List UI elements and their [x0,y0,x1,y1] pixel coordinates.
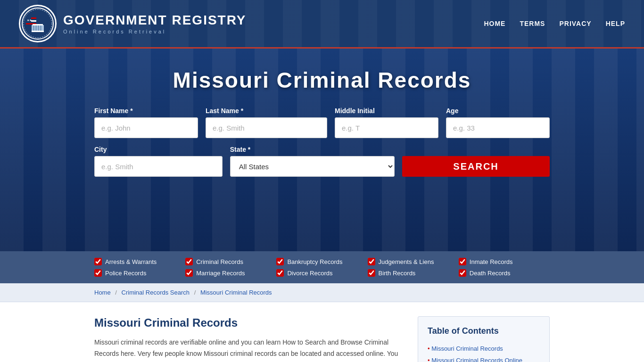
nav-terms[interactable]: TERMS [520,20,545,27]
last-name-label: Last Name * [206,107,327,115]
checkbox-col-4: Judgements & Liens Birth Records [368,258,459,277]
search-form: First Name * Last Name * Middle Initial … [94,107,550,177]
age-group: Age [446,107,550,138]
breadcrumb: Home / Criminal Records Search / Missour… [0,283,644,302]
checkbox-judgements[interactable]: Judgements & Liens [368,258,459,265]
checkbox-bankruptcy-label: Bankruptcy Records [287,258,342,265]
form-row-1: First Name * Last Name * Middle Initial … [94,107,550,138]
first-name-label: First Name * [94,107,198,115]
breadcrumb-sep-2: / [194,289,198,296]
first-name-input[interactable] [94,117,198,138]
breadcrumb-sep-1: / [115,289,118,296]
checkbox-death-label: Death Records [470,270,511,277]
toc-link-1[interactable]: Missouri Criminal Records [431,345,503,352]
checkbox-divorce[interactable]: Divorce Records [276,269,367,277]
checkbox-col-1: Arrests & Warrants Police Records [94,258,185,277]
svg-rect-9 [35,25,37,31]
nav-home[interactable]: HOME [484,20,505,27]
middle-initial-input[interactable] [335,117,438,138]
checkbox-inmate[interactable]: Inmate Records [459,258,550,265]
checkbox-inmate-input[interactable] [459,258,466,265]
checkbox-col-5: Inmate Records Death Records [459,258,550,277]
toc-link-2[interactable]: Missouri Criminal Records Online [431,357,522,362]
breadcrumb-home[interactable]: Home [94,289,111,296]
checkbox-divorce-label: Divorce Records [287,270,332,277]
checkbox-birth-input[interactable] [368,269,375,277]
last-name-input[interactable] [206,117,327,138]
checkbox-bankruptcy[interactable]: Bankruptcy Records [276,258,367,265]
checkbox-marriage-input[interactable] [185,269,193,277]
city-group: City [94,146,223,177]
svg-text:★★: ★★ [27,19,32,22]
checkbox-col-3: Bankruptcy Records Divorce Records [276,258,367,277]
middle-initial-label: Middle Initial [335,107,438,115]
state-label: State * [230,146,395,153]
checkbox-marriage-label: Marriage Records [196,270,245,277]
checkbox-police[interactable]: Police Records [94,269,185,277]
checkbox-police-input[interactable] [94,269,102,277]
hero-section: Missouri Criminal Records First Name * L… [0,49,644,251]
checkbox-arrests-input[interactable] [94,258,102,265]
svg-rect-7 [33,24,43,25]
logo-icon: ★★ [19,5,57,42]
city-input[interactable] [94,156,223,177]
svg-rect-11 [40,25,41,31]
nav-privacy[interactable]: PRIVACY [559,20,591,27]
svg-rect-8 [33,25,34,31]
toc-list: Missouri Criminal Records Missouri Crimi… [428,343,540,362]
toc-title: Table of Contents [428,326,540,336]
content-body: Missouri criminal records are verifiable… [94,337,404,362]
checkbox-criminal-label: Criminal Records [196,258,243,265]
first-name-group: First Name * [94,107,198,138]
nav-help[interactable]: HELP [606,20,625,27]
checkbox-inmate-label: Inmate Records [470,258,513,265]
content-area: Missouri Criminal Records Missouri crimi… [0,302,644,362]
checkbox-criminal-input[interactable] [185,258,193,265]
logo-text: Government Registry Online Records Retri… [63,13,247,34]
middle-initial-group: Middle Initial [335,107,438,138]
checkbox-col-2: Criminal Records Marriage Records [185,258,276,277]
checkbox-bankruptcy-input[interactable] [276,258,284,265]
checkboxes-section: Arrests & Warrants Police Records Crimin… [0,251,644,283]
state-select[interactable]: All StatesAlabamaAlaskaArizonaArkansasCa… [230,156,395,177]
checkbox-criminal[interactable]: Criminal Records [185,258,276,265]
site-subtitle: Online Records Retrieval [63,29,247,34]
main-nav: HOME TERMS PRIVACY HELP [484,20,625,27]
logo-area: ★★ Government Registry Online Records Re… [19,5,247,42]
last-name-group: Last Name * [206,107,327,138]
checkbox-judgements-label: Judgements & Liens [379,258,434,265]
checkbox-arrests[interactable]: Arrests & Warrants [94,258,185,265]
toc-item-1: Missouri Criminal Records [428,343,540,354]
checkbox-divorce-input[interactable] [276,269,284,277]
checkbox-marriage[interactable]: Marriage Records [185,269,276,277]
search-button[interactable]: Search [402,156,550,177]
table-of-contents: Table of Contents Missouri Criminal Reco… [418,316,550,362]
checkbox-police-label: Police Records [105,270,146,277]
main-content: Missouri Criminal Records Missouri crimi… [94,316,404,362]
checkbox-death[interactable]: Death Records [459,269,550,277]
form-row-2: City State * All StatesAlabamaAlaskaAriz… [94,146,550,177]
age-label: Age [446,107,550,115]
state-group: State * All StatesAlabamaAlaskaArizonaAr… [230,146,395,177]
checkbox-birth[interactable]: Birth Records [368,269,459,277]
checkbox-death-input[interactable] [459,269,466,277]
page-title: Missouri Criminal Records [94,67,550,93]
age-input[interactable] [446,117,550,138]
breadcrumb-missouri[interactable]: Missouri Criminal Records [200,289,272,296]
checkbox-birth-label: Birth Records [379,270,416,277]
site-header: ★★ Government Registry Online Records Re… [0,0,644,49]
site-title: Government Registry [63,13,247,28]
checkbox-arrests-label: Arrests & Warrants [105,258,157,265]
content-title: Missouri Criminal Records [94,316,404,329]
svg-rect-10 [38,25,39,31]
toc-item-2: Missouri Criminal Records Online [428,354,540,362]
svg-rect-12 [32,31,44,32]
checkbox-judgements-input[interactable] [368,258,375,265]
breadcrumb-criminal-records[interactable]: Criminal Records Search [122,289,190,296]
city-label: City [94,146,223,153]
